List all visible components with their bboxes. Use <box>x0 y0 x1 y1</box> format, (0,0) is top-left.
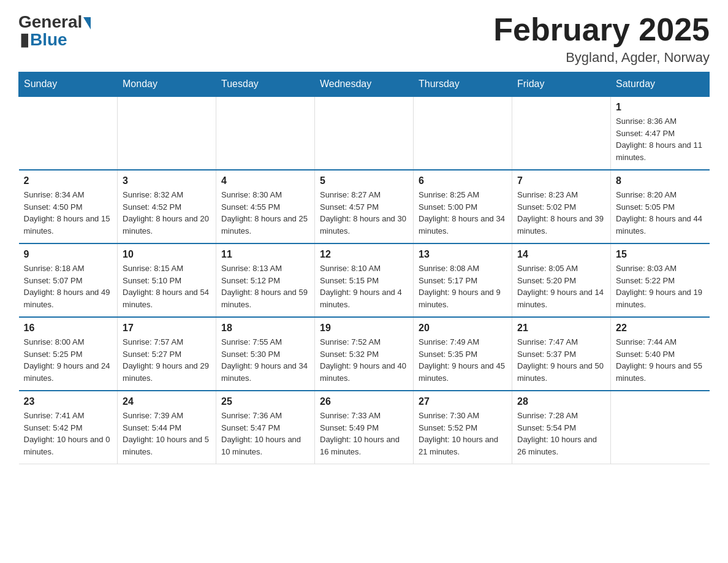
day-info-text: Sunrise: 7:47 AM <box>517 336 605 348</box>
day-info-text: Daylight: 9 hours and 9 minutes. <box>419 286 507 310</box>
day-info-text: Sunset: 4:57 PM <box>320 201 408 213</box>
day-info-text: Sunrise: 8:36 AM <box>616 115 705 128</box>
day-info-text: Daylight: 9 hours and 14 minutes. <box>517 286 605 310</box>
day-number: 20 <box>419 323 507 334</box>
day-info-text: Sunrise: 7:44 AM <box>616 336 705 348</box>
day-info-text: Daylight: 8 hours and 20 minutes. <box>123 213 211 237</box>
day-info-text: Daylight: 9 hours and 55 minutes. <box>616 360 705 384</box>
calendar-cell: 5Sunrise: 8:27 AMSunset: 4:57 PMDaylight… <box>315 170 414 243</box>
day-info-text: Sunset: 5:05 PM <box>616 201 705 213</box>
calendar-cell <box>414 96 512 170</box>
day-header-thursday: Thursday <box>414 72 512 97</box>
day-info-text: Sunrise: 8:20 AM <box>616 189 705 201</box>
day-info-text: Sunset: 5:32 PM <box>320 348 408 361</box>
calendar-cell: 6Sunrise: 8:25 AMSunset: 5:00 PMDaylight… <box>414 170 512 243</box>
day-number: 22 <box>616 323 705 334</box>
calendar-cell: 28Sunrise: 7:28 AMSunset: 5:54 PMDayligh… <box>512 391 611 464</box>
day-info-text: Sunrise: 8:13 AM <box>221 262 309 275</box>
logo-arrow-icon <box>83 17 91 29</box>
calendar-cell: 27Sunrise: 7:30 AMSunset: 5:52 PMDayligh… <box>414 391 512 464</box>
day-info-text: Daylight: 8 hours and 54 minutes. <box>123 286 211 310</box>
calendar-cell <box>611 391 710 464</box>
day-info-text: Sunset: 5:15 PM <box>320 275 408 287</box>
day-number: 8 <box>616 175 705 186</box>
day-info-text: Sunset: 4:50 PM <box>24 201 113 213</box>
day-number: 4 <box>221 175 309 186</box>
day-info-text: Sunrise: 8:27 AM <box>320 189 408 201</box>
day-number: 27 <box>419 396 507 407</box>
calendar-week-row: 16Sunrise: 8:00 AMSunset: 5:25 PMDayligh… <box>19 317 710 391</box>
day-info-text: Sunrise: 7:36 AM <box>221 410 309 422</box>
day-info-text: Sunrise: 8:32 AM <box>123 189 211 201</box>
calendar-week-row: 9Sunrise: 8:18 AMSunset: 5:07 PMDaylight… <box>19 243 710 317</box>
day-info-text: Sunrise: 7:33 AM <box>320 410 408 422</box>
day-info-text: Sunset: 5:25 PM <box>24 348 113 361</box>
day-number: 11 <box>221 249 309 260</box>
calendar-cell: 24Sunrise: 7:39 AMSunset: 5:44 PMDayligh… <box>118 391 216 464</box>
calendar-cell: 8Sunrise: 8:20 AMSunset: 5:05 PMDaylight… <box>611 170 710 243</box>
day-number: 19 <box>320 323 408 334</box>
day-info-text: Daylight: 8 hours and 15 minutes. <box>24 213 113 237</box>
logo-blue-text: Blue <box>30 30 67 50</box>
day-info-text: Sunset: 5:17 PM <box>419 275 507 287</box>
calendar-cell: 7Sunrise: 8:23 AMSunset: 5:02 PMDaylight… <box>512 170 611 243</box>
day-info-text: Sunrise: 8:03 AM <box>616 262 705 275</box>
day-info-text: Daylight: 10 hours and 16 minutes. <box>320 434 408 458</box>
day-info-text: Sunset: 4:47 PM <box>616 128 705 140</box>
calendar-cell <box>216 96 315 170</box>
day-info-text: Sunset: 5:12 PM <box>221 275 309 287</box>
calendar-cell: 20Sunrise: 7:49 AMSunset: 5:35 PMDayligh… <box>414 317 512 391</box>
day-info-text: Sunset: 5:30 PM <box>221 348 309 361</box>
calendar-cell: 23Sunrise: 7:41 AMSunset: 5:42 PMDayligh… <box>19 391 118 464</box>
day-info-text: Sunset: 4:52 PM <box>123 201 211 213</box>
day-number: 13 <box>419 249 507 260</box>
day-info-text: Daylight: 8 hours and 49 minutes. <box>24 286 113 310</box>
calendar-cell: 19Sunrise: 7:52 AMSunset: 5:32 PMDayligh… <box>315 317 414 391</box>
logo: General ▮ Blue <box>18 12 91 50</box>
day-header-sunday: Sunday <box>19 72 118 97</box>
day-info-text: Daylight: 10 hours and 10 minutes. <box>221 434 309 458</box>
day-header-wednesday: Wednesday <box>315 72 414 97</box>
calendar-cell: 11Sunrise: 8:13 AMSunset: 5:12 PMDayligh… <box>216 243 315 317</box>
day-number: 17 <box>123 323 211 334</box>
day-info-text: Daylight: 9 hours and 45 minutes. <box>419 360 507 384</box>
calendar-week-row: 1Sunrise: 8:36 AMSunset: 4:47 PMDaylight… <box>19 96 710 170</box>
day-info-text: Daylight: 8 hours and 25 minutes. <box>221 213 309 237</box>
day-info-text: Daylight: 9 hours and 4 minutes. <box>320 286 408 310</box>
day-info-text: Daylight: 8 hours and 34 minutes. <box>419 213 507 237</box>
day-info-text: Sunset: 5:52 PM <box>419 422 507 434</box>
calendar-cell: 14Sunrise: 8:05 AMSunset: 5:20 PMDayligh… <box>512 243 611 317</box>
day-info-text: Sunset: 5:44 PM <box>123 422 211 434</box>
location-text: Bygland, Agder, Norway <box>493 50 710 66</box>
calendar-cell <box>19 96 118 170</box>
day-number: 28 <box>517 396 605 407</box>
day-info-text: Daylight: 9 hours and 24 minutes. <box>24 360 113 384</box>
day-info-text: Sunset: 5:47 PM <box>221 422 309 434</box>
calendar-cell: 3Sunrise: 8:32 AMSunset: 4:52 PMDaylight… <box>118 170 216 243</box>
day-number: 24 <box>123 396 211 407</box>
calendar-cell: 25Sunrise: 7:36 AMSunset: 5:47 PMDayligh… <box>216 391 315 464</box>
day-info-text: Sunrise: 7:57 AM <box>123 336 211 348</box>
calendar-cell: 12Sunrise: 8:10 AMSunset: 5:15 PMDayligh… <box>315 243 414 317</box>
day-info-text: Sunrise: 7:41 AM <box>24 410 113 422</box>
day-number: 7 <box>517 175 605 186</box>
day-number: 1 <box>616 102 705 113</box>
day-info-text: Sunrise: 8:18 AM <box>24 262 113 275</box>
day-info-text: Sunset: 5:37 PM <box>517 348 605 361</box>
day-info-text: Sunrise: 7:49 AM <box>419 336 507 348</box>
day-info-text: Sunrise: 7:39 AM <box>123 410 211 422</box>
calendar-cell: 1Sunrise: 8:36 AMSunset: 4:47 PMDaylight… <box>611 96 710 170</box>
calendar-cell: 22Sunrise: 7:44 AMSunset: 5:40 PMDayligh… <box>611 317 710 391</box>
day-number: 2 <box>24 175 113 186</box>
calendar-cell: 17Sunrise: 7:57 AMSunset: 5:27 PMDayligh… <box>118 317 216 391</box>
day-info-text: Daylight: 8 hours and 30 minutes. <box>320 213 408 237</box>
day-number: 15 <box>616 249 705 260</box>
day-number: 3 <box>123 175 211 186</box>
day-info-text: Sunset: 5:00 PM <box>419 201 507 213</box>
title-section: February 2025 Bygland, Agder, Norway <box>493 12 710 66</box>
calendar-week-row: 2Sunrise: 8:34 AMSunset: 4:50 PMDaylight… <box>19 170 710 243</box>
day-info-text: Sunrise: 8:34 AM <box>24 189 113 201</box>
day-info-text: Sunrise: 8:08 AM <box>419 262 507 275</box>
day-info-text: Sunrise: 8:25 AM <box>419 189 507 201</box>
day-info-text: Sunrise: 7:28 AM <box>517 410 605 422</box>
